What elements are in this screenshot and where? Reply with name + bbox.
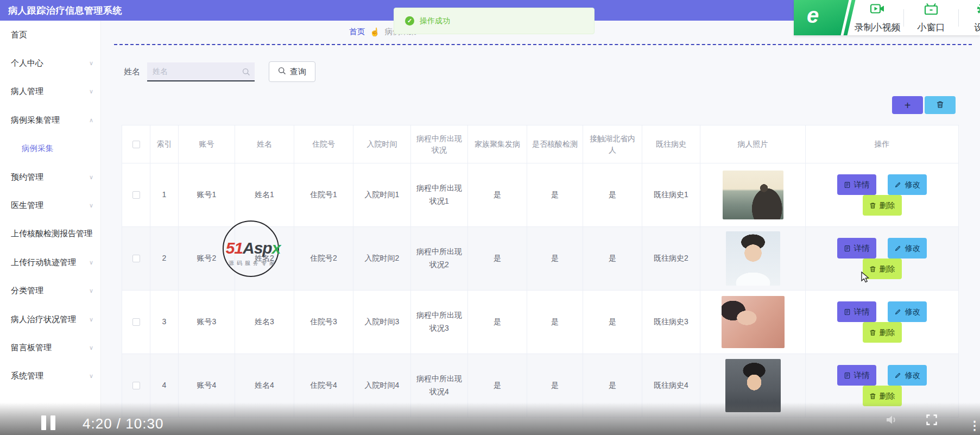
row-checkbox[interactable] <box>132 255 140 262</box>
sidebar-item-treatment-status-management[interactable]: 病人治疗状况管理∨ <box>0 305 100 333</box>
trash-icon <box>936 100 944 110</box>
col-actions: 操作 <box>806 125 959 163</box>
settings-button[interactable]: 设置 <box>959 0 980 35</box>
record-video-button[interactable]: 录制小视频 <box>851 0 903 35</box>
sidebar-item-category-management[interactable]: 分类管理∨ <box>0 277 100 305</box>
search-icon <box>278 67 286 77</box>
breadcrumb-home-link[interactable]: 首页 <box>349 27 365 37</box>
sidebar: 首页 个人中心∨ 病人管理∨ 病例采集管理∧ 病例采集 预约管理∨ 医生管理∨ … <box>0 21 101 435</box>
fullscreen-button[interactable] <box>926 414 938 428</box>
name-search-input[interactable] <box>147 62 255 80</box>
detail-button[interactable]: 详情 <box>837 365 876 386</box>
volume-icon[interactable] <box>885 414 898 428</box>
delete-button[interactable]: 删除 <box>863 195 902 216</box>
patient-case-table: 索引 账号 姓名 住院号 入院时间 病程中所出现状况 家族聚集发病 是否核酸检测… <box>122 125 959 418</box>
sidebar-item-case-collection-management[interactable]: 病例采集管理∧ <box>0 106 100 134</box>
search-form: 姓名 查询 <box>124 61 315 83</box>
sidebar-item-message-board-management[interactable]: 留言板管理∨ <box>0 333 100 362</box>
col-nucleic-test: 是否核酸检测 <box>527 125 583 163</box>
sidebar-item-personal-center[interactable]: 个人中心∨ <box>0 49 100 77</box>
video-player-controls: 4:20 / 10:30 ⋮ <box>0 402 980 435</box>
main-content: 首页 ☝ 病例采集 姓名 查询 + 索引 <box>101 21 980 435</box>
search-field-label: 姓名 <box>124 67 140 77</box>
hand-separator-icon: ☝ <box>370 27 380 37</box>
small-window-button[interactable]: 小窗口 <box>904 0 958 35</box>
chevron-down-icon: ∨ <box>89 202 93 209</box>
edit-button[interactable]: 修改 <box>888 174 927 195</box>
col-condition: 病程中所出现状况 <box>411 125 468 163</box>
chevron-down-icon: ∨ <box>89 60 93 67</box>
sidebar-item-patient-management[interactable]: 病人管理∨ <box>0 78 100 106</box>
patient-photo <box>726 231 780 286</box>
row-checkbox[interactable] <box>132 318 140 326</box>
table-row: 3 账号3 姓名3 住院号3 入院时间3 病程中所出现状况3 是 是 是 既往病… <box>122 291 959 354</box>
header-select-all <box>122 125 150 163</box>
col-history: 既往病史 <box>642 125 700 163</box>
col-admit-time: 入院时间 <box>353 125 411 163</box>
success-toast: ✓ 操作成功 <box>394 8 595 34</box>
toast-message: 操作成功 <box>420 16 450 26</box>
sidebar-item-home[interactable]: 首页 <box>0 21 100 49</box>
more-options-button[interactable]: ⋮ <box>969 420 980 432</box>
chevron-down-icon: ∨ <box>89 230 93 237</box>
name-input-wrap <box>147 62 255 81</box>
detail-button[interactable]: 详情 <box>837 238 876 259</box>
chevron-down-icon: ∨ <box>89 88 93 95</box>
chevron-down-icon: ∨ <box>89 259 93 266</box>
col-hubei-contact: 接触湖北省内人 <box>583 125 642 163</box>
add-record-button[interactable]: + <box>892 96 923 114</box>
tv-window-icon <box>924 2 939 19</box>
col-name: 姓名 <box>235 125 294 163</box>
table-header-row: 索引 账号 姓名 住院号 入院时间 病程中所出现状况 家族聚集发病 是否核酸检测… <box>122 125 959 163</box>
plus-icon: + <box>905 99 911 111</box>
search-icon <box>242 68 250 78</box>
page-title: 病人跟踪治疗信息管理系统 <box>8 4 122 17</box>
delete-button[interactable]: 删除 <box>863 259 902 279</box>
chevron-down-icon: ∨ <box>89 174 93 181</box>
screen-recorder-toolbar: e 录制小视频 小窗口 设置 <box>794 0 980 35</box>
edit-button[interactable]: 修改 <box>888 301 927 322</box>
col-index: 索引 <box>150 125 179 163</box>
detail-button[interactable]: 详情 <box>837 301 876 322</box>
col-account: 账号 <box>179 125 235 163</box>
col-family-cluster: 家族聚集发病 <box>468 125 527 163</box>
e-logo-icon: e <box>807 3 819 28</box>
sidebar-item-appointment-management[interactable]: 预约管理∨ <box>0 163 100 191</box>
pause-button[interactable] <box>41 415 55 430</box>
chevron-up-icon: ∧ <box>89 117 93 124</box>
detail-button[interactable]: 详情 <box>837 174 876 195</box>
edit-button[interactable]: 修改 <box>888 365 927 386</box>
gear-icon <box>976 2 980 19</box>
bulk-delete-button[interactable] <box>925 96 956 114</box>
browser-logo: e <box>794 0 851 35</box>
row-checkbox[interactable] <box>132 191 140 199</box>
delete-button[interactable]: 删除 <box>863 322 902 343</box>
chevron-down-icon: ∨ <box>89 373 93 380</box>
edit-button[interactable]: 修改 <box>888 238 927 259</box>
col-photo: 病人照片 <box>700 125 806 163</box>
sidebar-item-case-collection[interactable]: 病例采集 <box>0 135 100 163</box>
patient-photo <box>723 171 783 219</box>
query-button[interactable]: 查询 <box>269 61 315 82</box>
col-hospital-no: 住院号 <box>294 125 353 163</box>
dashed-divider <box>114 44 972 45</box>
success-check-icon: ✓ <box>405 16 414 26</box>
chevron-down-icon: ∨ <box>89 344 93 351</box>
chevron-down-icon: ∨ <box>89 316 93 323</box>
video-camera-icon <box>870 2 885 19</box>
row-checkbox[interactable] <box>132 382 140 389</box>
table-row: 1 账号1 姓名1 住院号1 入院时间1 病程中所出现状况1 是 是 是 既往病… <box>122 163 959 227</box>
table-row: 2 账号2 姓名2 住院号2 入院时间2 病程中所出现状况2 是 是 是 既往病… <box>122 227 959 291</box>
chevron-down-icon: ∨ <box>89 287 93 294</box>
sidebar-item-system-management[interactable]: 系统管理∨ <box>0 362 100 390</box>
sidebar-item-action-track-management[interactable]: 上传行动轨迹管理∨ <box>0 248 100 276</box>
playback-time: 4:20 / 10:30 <box>83 415 163 432</box>
select-all-checkbox[interactable] <box>132 141 140 148</box>
sidebar-item-doctor-management[interactable]: 医生管理∨ <box>0 191 100 219</box>
sidebar-item-nucleic-report-management[interactable]: 上传核酸检测报告管理∨ <box>0 220 100 248</box>
patient-photo <box>722 296 785 348</box>
